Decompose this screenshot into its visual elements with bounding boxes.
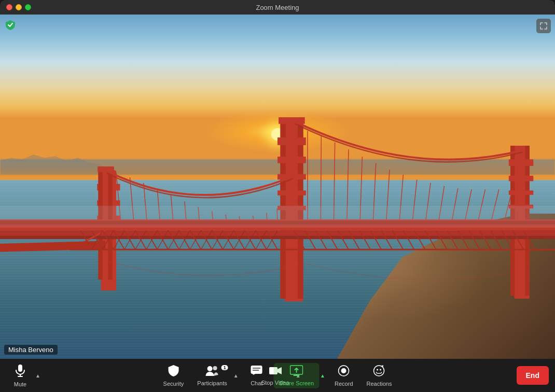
title-bar: Zoom Meeting: [0, 0, 555, 15]
mute-label: Mute: [14, 381, 26, 387]
share-screen-button[interactable]: Share Screen: [274, 363, 319, 388]
window-title: Zoom Meeting: [256, 4, 299, 11]
share-screen-icon: [289, 365, 303, 379]
share-screen-group: Share Screen ▲: [274, 363, 326, 388]
svg-point-130: [374, 366, 384, 376]
svg-point-132: [380, 369, 381, 370]
participants-chevron[interactable]: ▲: [232, 364, 240, 387]
shield-icon: [168, 365, 179, 379]
fullscreen-button[interactable]: [536, 19, 551, 33]
bridge-svg: [0, 15, 555, 359]
participants-icon: [205, 365, 219, 379]
participant-name: Misha Berveno: [4, 345, 58, 355]
svg-point-129: [341, 368, 346, 373]
share-screen-label: Share Screen: [279, 380, 314, 386]
end-button[interactable]: End: [517, 366, 549, 385]
svg-rect-13: [278, 190, 306, 195]
svg-rect-10: [278, 137, 306, 145]
reactions-icon: [373, 365, 385, 379]
video-canvas: [0, 15, 555, 359]
security-button[interactable]: Security: [158, 362, 189, 389]
toolbar: Mute ▲ Stop Video ▲: [0, 359, 555, 392]
chat-label: Chat: [251, 380, 262, 386]
participants-label: Participants: [197, 380, 227, 386]
traffic-lights: [6, 4, 31, 10]
svg-rect-115: [0, 206, 555, 228]
participants-button[interactable]: 1 Participants: [192, 363, 232, 388]
svg-rect-122: [251, 366, 262, 374]
mute-group: Mute ▲: [6, 362, 41, 389]
record-label: Record: [335, 381, 353, 387]
record-button[interactable]: Record: [329, 362, 358, 389]
maximize-button[interactable]: [25, 4, 31, 10]
participants-group: 1 Participants ▲: [192, 363, 239, 388]
microphone-icon: [15, 364, 26, 380]
svg-point-121: [213, 366, 217, 370]
chat-button[interactable]: Chat: [243, 363, 271, 388]
chat-icon: [251, 365, 263, 379]
svg-point-120: [207, 366, 213, 371]
record-icon: [338, 365, 350, 379]
svg-rect-116: [18, 365, 22, 372]
security-indicator: [4, 19, 17, 31]
svg-rect-20: [509, 176, 533, 181]
mute-chevron[interactable]: ▲: [34, 364, 41, 387]
reactions-label: Reactions: [367, 381, 392, 387]
svg-rect-15: [279, 117, 305, 124]
svg-rect-21: [509, 190, 533, 194]
minimize-button[interactable]: [16, 4, 22, 10]
share-screen-chevron[interactable]: ▲: [319, 364, 326, 387]
svg-point-131: [377, 369, 378, 370]
mute-button[interactable]: Mute: [6, 362, 34, 389]
close-button[interactable]: [6, 4, 12, 10]
video-area: Misha Berveno: [0, 15, 555, 359]
reactions-button[interactable]: Reactions: [362, 362, 397, 389]
security-label: Security: [163, 381, 184, 387]
zoom-window: Zoom Meeting: [0, 0, 555, 392]
participants-count: 1: [221, 365, 228, 370]
svg-rect-19: [509, 159, 533, 166]
svg-rect-11: [278, 157, 306, 163]
